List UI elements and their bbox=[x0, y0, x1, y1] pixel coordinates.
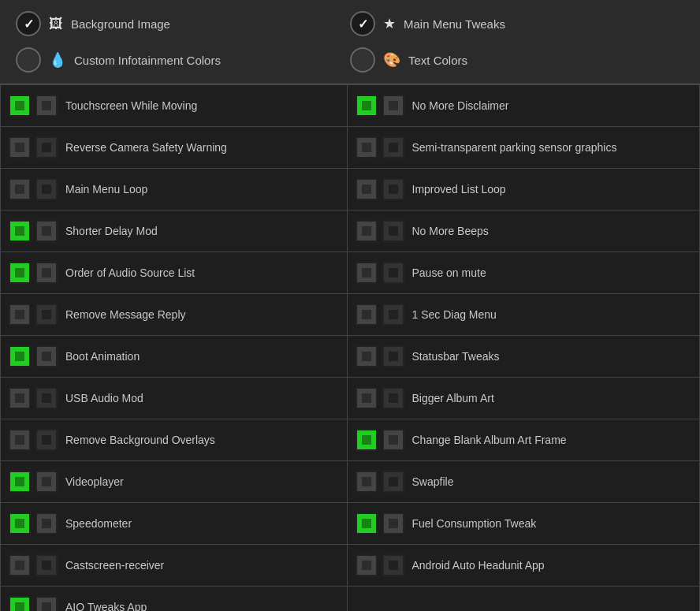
row-label: Shorter Delay Mod bbox=[65, 225, 158, 237]
row-label: Swapfile bbox=[412, 475, 454, 488]
toggle-btn-darker[interactable] bbox=[35, 429, 58, 451]
toggle-btn-dark[interactable] bbox=[356, 262, 378, 284]
toggle-btn-darker[interactable] bbox=[382, 471, 404, 493]
toggle-btn-darker[interactable] bbox=[35, 554, 58, 576]
text-colors-check[interactable] bbox=[350, 47, 375, 73]
main-menu-check[interactable]: ✓ bbox=[350, 11, 375, 36]
toggle-btn-green[interactable] bbox=[9, 262, 31, 284]
toggle-btn-darker[interactable] bbox=[382, 387, 404, 409]
toggle-btn-dark[interactable] bbox=[35, 220, 58, 242]
table-cell: Change Blank Album Art Frame bbox=[347, 419, 700, 461]
table-cell: Remove Message Reply bbox=[1, 294, 348, 336]
row-label: Remove Message Reply bbox=[65, 308, 186, 321]
toggle-btn-darker[interactable] bbox=[382, 262, 404, 284]
row-label: Main Menu Loop bbox=[65, 183, 147, 196]
toggle-btn-dark[interactable] bbox=[35, 345, 58, 367]
toggle-btn-dark[interactable] bbox=[9, 304, 31, 326]
toggle-btn-dark[interactable] bbox=[35, 262, 58, 284]
toggle-btn-green[interactable] bbox=[9, 95, 31, 117]
bg-image-check[interactable]: ✓ bbox=[16, 11, 41, 36]
toggle-btn-darker[interactable] bbox=[35, 304, 58, 326]
table-cell: Order of Audio Source List bbox=[1, 252, 348, 294]
row-label: No More Disclaimer bbox=[412, 99, 509, 112]
toggle-btn-darker[interactable] bbox=[35, 178, 58, 200]
toggle-btn-darker[interactable] bbox=[382, 345, 404, 367]
toggle-btn-dark[interactable] bbox=[356, 220, 378, 242]
table-cell: Bigger Album Art bbox=[347, 378, 700, 419]
row-label: Change Blank Album Art Frame bbox=[412, 434, 567, 446]
toggle-btn-darker[interactable] bbox=[382, 220, 404, 242]
top-item-main-menu[interactable]: ✓ ★ Main Menu Tweaks bbox=[350, 11, 684, 36]
table-row: Boot AnimationStatusbar Tweaks bbox=[1, 336, 700, 378]
toggle-btn-dark[interactable] bbox=[9, 178, 31, 200]
toggle-btn-dark[interactable] bbox=[356, 554, 378, 576]
toggle-btn-green[interactable] bbox=[9, 220, 31, 242]
toggle-btn-green[interactable] bbox=[9, 512, 31, 535]
table-cell: Boot Animation bbox=[1, 336, 348, 378]
toggle-btn-darker[interactable] bbox=[382, 178, 404, 200]
row-label: Remove Background Overlays bbox=[65, 434, 215, 446]
row-label: Videoplayer bbox=[65, 475, 124, 488]
row-label: Semi-transparent parking sensor graphics bbox=[412, 141, 617, 154]
toggle-btn-dark[interactable] bbox=[9, 554, 31, 576]
table-cell: Touchscreen While Moving bbox=[1, 85, 348, 127]
table-cell: Swapfile bbox=[347, 461, 700, 503]
top-item-text-colors[interactable]: 🎨 Text Colors bbox=[350, 47, 684, 73]
toggle-btn-green[interactable] bbox=[9, 596, 31, 611]
table-cell: Improved List Loop bbox=[347, 169, 700, 210]
table-row: Touchscreen While MovingNo More Disclaim… bbox=[1, 85, 700, 127]
row-label: Speedometer bbox=[65, 517, 132, 530]
toggle-btn-green[interactable] bbox=[356, 429, 378, 451]
toggle-btn-dark[interactable] bbox=[35, 471, 58, 493]
row-label: No More Beeps bbox=[412, 225, 489, 237]
toggle-btn-dark[interactable] bbox=[9, 429, 31, 451]
custom-colors-label: Custom Infotainment Colors bbox=[74, 54, 221, 67]
top-item-bg-image[interactable]: ✓ 🖼 Background Image bbox=[16, 11, 350, 36]
toggle-btn-dark[interactable] bbox=[356, 136, 378, 158]
toggle-btn-green[interactable] bbox=[9, 345, 31, 367]
toggle-btn-green[interactable] bbox=[9, 471, 31, 493]
toggle-btn-dark[interactable] bbox=[356, 471, 378, 493]
table-cell: Remove Background Overlays bbox=[1, 419, 348, 461]
table-cell: USB Audio Mod bbox=[1, 378, 348, 419]
table-cell: 1 Sec Diag Menu bbox=[347, 294, 700, 336]
row-label: Improved List Loop bbox=[412, 183, 506, 196]
toggle-btn-green[interactable] bbox=[356, 512, 378, 535]
toggle-btn-dark[interactable] bbox=[382, 429, 404, 451]
toggle-btn-dark[interactable] bbox=[356, 345, 378, 367]
table-cell: Reverse Camera Safety Warning bbox=[1, 127, 348, 169]
toggle-btn-green[interactable] bbox=[356, 95, 378, 117]
toggle-btn-darker[interactable] bbox=[382, 136, 404, 158]
table-cell: Pause on mute bbox=[347, 252, 700, 294]
table-row: Main Menu LoopImproved List Loop bbox=[1, 169, 700, 210]
row-label: Bigger Album Art bbox=[412, 392, 494, 404]
toggle-btn-darker[interactable] bbox=[382, 304, 404, 326]
table-cell: Castscreen-receiver bbox=[1, 545, 348, 587]
table-cell: No More Beeps bbox=[347, 210, 700, 252]
row-label: USB Audio Mod bbox=[65, 392, 143, 404]
table-row: USB Audio ModBigger Album Art bbox=[1, 378, 700, 419]
toggle-btn-dark[interactable] bbox=[35, 95, 58, 117]
row-label: Pause on mute bbox=[412, 266, 486, 279]
toggle-btn-dark[interactable] bbox=[356, 178, 378, 200]
feature-table: Touchscreen While MovingNo More Disclaim… bbox=[0, 84, 700, 611]
table-row: AIO Tweaks App bbox=[1, 587, 700, 612]
main-menu-label: Main Menu Tweaks bbox=[404, 17, 505, 31]
table-row: Reverse Camera Safety WarningSemi-transp… bbox=[1, 127, 700, 169]
toggle-btn-darker[interactable] bbox=[35, 136, 58, 158]
toggle-btn-dark[interactable] bbox=[35, 596, 58, 611]
toggle-btn-dark[interactable] bbox=[382, 95, 404, 117]
toggle-btn-dark[interactable] bbox=[356, 387, 378, 409]
toggle-btn-dark[interactable] bbox=[356, 304, 378, 326]
toggle-btn-dark[interactable] bbox=[9, 387, 31, 409]
custom-colors-icon: 💧 bbox=[49, 51, 66, 69]
custom-colors-check[interactable] bbox=[16, 47, 41, 73]
toggle-btn-darker[interactable] bbox=[35, 387, 58, 409]
toggle-btn-darker[interactable] bbox=[382, 554, 404, 576]
table-cell: Fuel Consumption Tweak bbox=[347, 503, 700, 545]
top-item-custom-colors[interactable]: 💧 Custom Infotainment Colors bbox=[16, 47, 350, 73]
toggle-btn-dark[interactable] bbox=[382, 512, 404, 535]
toggle-btn-dark[interactable] bbox=[35, 512, 58, 535]
table-cell: Videoplayer bbox=[1, 461, 348, 503]
toggle-btn-dark[interactable] bbox=[9, 136, 31, 158]
